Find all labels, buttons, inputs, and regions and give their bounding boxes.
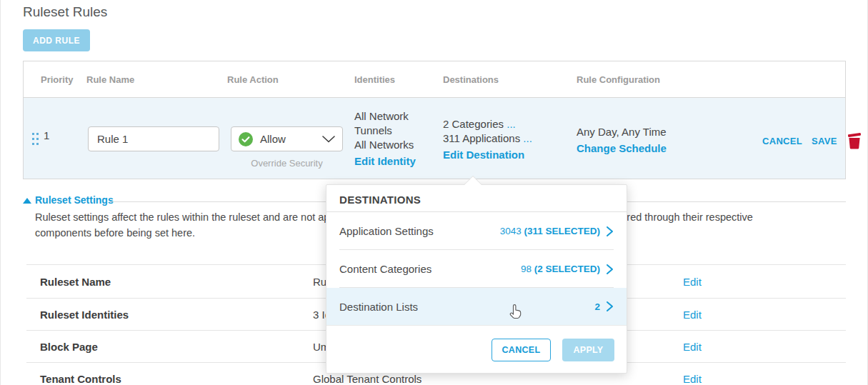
allow-status-icon: [239, 132, 253, 146]
edit-block-page-link[interactable]: Edit: [683, 341, 702, 353]
edit-tenant-controls-link[interactable]: Edit: [683, 373, 702, 385]
popover-footer: CANCEL APPLY: [492, 339, 614, 361]
identities-cell: All Network Tunnels All Networks Edit Id…: [354, 109, 427, 169]
rule-action-select[interactable]: Allow: [231, 126, 343, 151]
chevron-right-icon: [606, 264, 614, 275]
add-rule-button[interactable]: ADD RULE: [23, 29, 90, 51]
column-header-destinations: Destinations: [443, 74, 499, 85]
rule-priority: 1: [44, 129, 49, 141]
hand-cursor-icon: [509, 304, 524, 323]
content-categories-count: 98 (2 SELECTED): [521, 264, 600, 274]
column-header-rule-name: Rule Name: [86, 74, 134, 85]
column-header-rule-configuration: Rule Configuration: [577, 74, 660, 85]
rule-row: 1 Allow Override Security Al: [24, 98, 845, 179]
destinations-popover: DESTINATIONS Application Settings 3043 (…: [326, 184, 627, 374]
popover-title: DESTINATIONS: [326, 185, 627, 212]
edit-ruleset-name-link[interactable]: Edit: [683, 276, 702, 288]
rule-configuration-cell: Any Day, Any Time Change Schedule: [577, 125, 667, 156]
chevron-down-icon: [322, 136, 335, 143]
column-header-priority: Priority: [41, 74, 74, 85]
popover-row-content-categories[interactable]: Content Categories 98 (2 SELECTED): [326, 250, 627, 288]
categories-more-link[interactable]: ...: [507, 118, 516, 130]
popover-row-application-settings[interactable]: Application Settings 3043 (311 SELECTED): [326, 212, 627, 250]
application-settings-count: 3043 (311 SELECTED): [500, 226, 600, 236]
override-security-note: Override Security: [231, 158, 343, 169]
edit-identity-link[interactable]: Edit Identity: [354, 154, 416, 169]
rules-table: Priority Rule Name Rule Action Identitie…: [23, 61, 846, 179]
setting-value: Global Tenant Controls: [313, 373, 421, 385]
setting-label: Block Page: [40, 341, 98, 353]
rules-table-header: Priority Rule Name Rule Action Identitie…: [24, 61, 845, 98]
delete-rule-button[interactable]: [847, 131, 862, 150]
identities-line: All Network Tunnels: [354, 109, 427, 138]
drag-handle-icon[interactable]: [32, 132, 39, 149]
change-schedule-link[interactable]: Change Schedule: [577, 141, 667, 156]
trash-icon: [847, 141, 862, 152]
save-rule-link[interactable]: SAVE: [812, 136, 837, 146]
column-header-rule-action: Rule Action: [227, 74, 279, 85]
applications-count: 311 Applications: [443, 132, 520, 144]
ruleset-rules-page: Ruleset Rules ADD RULE Priority Rule Nam…: [0, 0, 868, 385]
destination-lists-count: 2: [594, 301, 600, 312]
chevron-right-icon: [606, 301, 614, 312]
popover-row-destination-lists[interactable]: Destination Lists 2: [326, 288, 627, 326]
destinations-cell: 2 Categories ... 311 Applications ... Ed…: [443, 117, 532, 162]
edit-destination-link[interactable]: Edit Destination: [443, 148, 524, 162]
rule-row-actions: CANCEL SAVE: [762, 131, 862, 150]
collapse-triangle-icon[interactable]: [23, 198, 31, 204]
applications-more-link[interactable]: ...: [523, 132, 532, 144]
setting-label: Ruleset Identities: [40, 309, 129, 321]
identities-line: All Networks: [354, 138, 427, 152]
setting-label: Ruleset Name: [40, 276, 111, 288]
popover-apply-button[interactable]: APPLY: [562, 339, 614, 361]
schedule-text: Any Day, Any Time: [577, 125, 667, 139]
chevron-right-icon: [606, 226, 614, 237]
rule-name-input[interactable]: [88, 126, 219, 151]
popover-cancel-button[interactable]: CANCEL: [492, 339, 551, 361]
edit-ruleset-identities-link[interactable]: Edit: [683, 309, 702, 321]
ruleset-settings-heading[interactable]: Ruleset Settings: [35, 194, 114, 206]
setting-label: Tenant Controls: [40, 373, 121, 385]
cancel-rule-link[interactable]: CANCEL: [762, 136, 802, 146]
rule-action-selected-value: Allow: [260, 133, 286, 145]
column-header-identities: Identities: [354, 74, 395, 85]
page-title: Ruleset Rules: [23, 4, 107, 20]
categories-count: 2 Categories: [443, 118, 504, 130]
